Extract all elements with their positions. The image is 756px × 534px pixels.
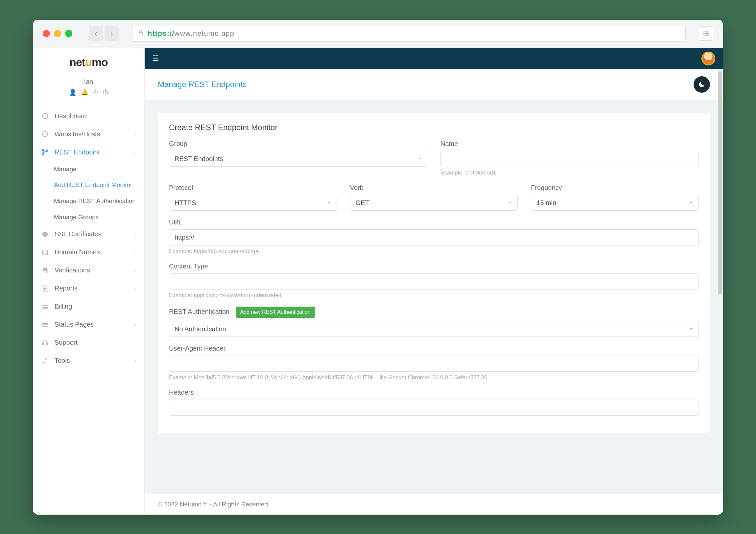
globe-icon — [41, 130, 49, 138]
frequency-label: Frequency — [531, 184, 699, 192]
nav-domains[interactable]: Domain Names › — [33, 243, 144, 261]
chevron-right-icon: › — [135, 285, 136, 291]
svg-rect-0 — [139, 33, 143, 35]
browser-settings-button[interactable] — [699, 26, 713, 41]
svg-point-20 — [42, 149, 44, 151]
check-icon — [41, 267, 49, 274]
certificate-icon — [41, 231, 49, 238]
minimize-window-icon[interactable] — [54, 30, 61, 37]
card-title: Create REST Endpoint Monitor — [169, 123, 699, 132]
gauge-icon — [41, 112, 49, 120]
chevron-right-icon: › — [135, 322, 136, 328]
content-type-hint: Example: application/x-www-form-urlencod… — [169, 292, 699, 299]
protocol-select[interactable]: HTTPS — [169, 195, 337, 211]
nav-sub-manage-groups[interactable]: Manage Groups — [54, 209, 144, 226]
hamburger-icon[interactable]: ☰ — [152, 54, 159, 63]
ua-hint: Example: Mozilla/5.0 (Windows NT 10.0; W… — [169, 374, 699, 381]
url-label: URL — [169, 219, 699, 226]
file-icon — [41, 285, 49, 292]
page-header: Manage REST Endpoints — [145, 69, 723, 100]
svg-rect-10 — [96, 92, 98, 93]
svg-rect-35 — [42, 343, 44, 345]
svg-rect-32 — [42, 322, 48, 324]
url-hint: Example: https://ap.app.com/app/get — [169, 248, 699, 255]
ua-input[interactable] — [169, 356, 699, 372]
logo[interactable]: netumo — [33, 48, 144, 77]
url-bar[interactable]: https://www.netumo.app — [132, 26, 686, 42]
headset-icon — [41, 339, 49, 346]
back-button[interactable]: ‹ — [89, 26, 103, 41]
nav-websites[interactable]: Websites/Hosts › — [33, 125, 144, 143]
auth-select[interactable]: No Authentication — [169, 321, 699, 337]
nav-rest-endpoint[interactable]: REST Endpoint ⌄ — [33, 143, 144, 161]
nav-sub-add-monitor[interactable]: Add REST Endpoint Monitor — [54, 177, 144, 193]
svg-point-2 — [706, 31, 708, 33]
svg-point-23 — [42, 232, 48, 237]
auth-label: REST Authentication — [169, 308, 230, 315]
close-window-icon[interactable] — [43, 30, 50, 37]
name-label: Name — [441, 140, 699, 147]
content: Create REST Endpoint Monitor Group REST … — [145, 100, 723, 494]
protocol-label: Protocol — [169, 184, 337, 192]
headers-label: Headers — [169, 389, 699, 396]
sidebar: netumo Ian 👤 🔔 ⏻ Dashboard — [33, 48, 145, 515]
branch-icon — [41, 148, 49, 156]
nav-verifications[interactable]: Verifications › — [33, 261, 144, 279]
browser-window: ‹ › https://www.netumo.app netumo Ian 👤 — [33, 20, 723, 515]
card: Create REST Endpoint Monitor Group REST … — [158, 113, 710, 434]
page-title: Manage REST Endpoints — [158, 80, 247, 89]
user-icon[interactable]: 👤 — [69, 89, 76, 96]
ua-label: User-Agent Header — [169, 345, 699, 352]
name-input[interactable] — [441, 151, 699, 167]
svg-rect-8 — [93, 92, 94, 93]
add-auth-button[interactable]: Add new REST Authentication — [236, 307, 315, 318]
chevron-right-icon: › — [135, 231, 136, 237]
lock-icon — [138, 30, 144, 37]
svg-point-22 — [46, 150, 48, 151]
nav-reports[interactable]: Reports › — [33, 279, 144, 297]
tools-icon — [41, 357, 49, 364]
sitemap-icon[interactable] — [93, 89, 98, 96]
chevron-right-icon: › — [135, 358, 136, 364]
sidebar-user: Ian 👤 🔔 ⏻ — [33, 77, 144, 100]
svg-point-6 — [706, 35, 708, 36]
nav-sub-manage[interactable]: Manage — [54, 161, 144, 177]
url-input[interactable] — [169, 229, 699, 246]
scrollbar[interactable] — [718, 71, 722, 294]
headers-input[interactable] — [169, 400, 699, 416]
dark-mode-toggle[interactable] — [693, 76, 710, 93]
bell-icon[interactable]: 🔔 — [81, 89, 88, 96]
nav-support[interactable]: Support — [33, 334, 144, 352]
svg-rect-34 — [42, 326, 48, 327]
sidebar-nav: Dashboard Websites/Hosts › REST Endpoint… — [33, 100, 144, 515]
chevron-right-icon: › — [135, 250, 136, 255]
nav-sub-manage-auth[interactable]: Manage REST Authentication — [54, 193, 144, 209]
nav-billing[interactable]: Billing — [33, 297, 144, 315]
content-type-input[interactable] — [169, 273, 699, 289]
building-icon — [41, 249, 49, 256]
name-hint: Example: GetMethod1 — [441, 170, 699, 176]
svg-rect-9 — [94, 92, 96, 93]
group-select[interactable]: REST Endpoints — [169, 151, 427, 167]
avatar[interactable] — [701, 52, 715, 66]
svg-rect-31 — [42, 306, 48, 307]
chevron-down-icon: ⌄ — [132, 149, 136, 155]
group-label: Group — [169, 140, 427, 147]
verb-select[interactable]: GET — [350, 195, 518, 211]
frequency-select[interactable]: 15 min — [531, 195, 699, 211]
svg-point-4 — [704, 33, 706, 34]
layout-icon — [41, 321, 49, 328]
chevron-right-icon: › — [135, 131, 136, 137]
verb-label: Verb — [350, 184, 518, 192]
nav-tools[interactable]: Tools › — [33, 352, 144, 370]
footer: © 2022 Netumo™ - All Rights Reserved. — [145, 494, 723, 515]
maximize-window-icon[interactable] — [65, 30, 72, 37]
nav-dashboard[interactable]: Dashboard — [33, 107, 144, 125]
forward-button[interactable]: › — [104, 26, 119, 41]
nav-ssl[interactable]: SSL Certificates › — [33, 225, 144, 243]
nav-rest-submenu: Manage Add REST Endpoint Monitor Manage … — [33, 161, 144, 226]
power-icon[interactable]: ⏻ — [102, 89, 108, 96]
svg-rect-33 — [42, 324, 48, 325]
nav-status-pages[interactable]: Status Pages › — [33, 315, 144, 334]
content-type-label: Content Type — [169, 263, 699, 270]
